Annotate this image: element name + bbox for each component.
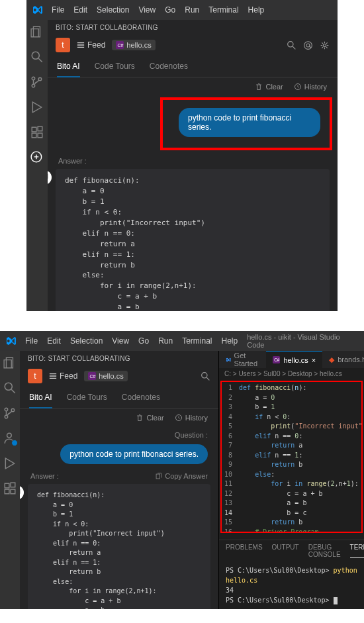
csharp-icon bbox=[116, 41, 124, 49]
menu-go[interactable]: Go bbox=[138, 336, 149, 346]
answer-label: Answer : bbox=[58, 157, 87, 165]
panel-tabs: Bito AI Code Tours Codenotes bbox=[20, 389, 218, 408]
tab-debug-console[interactable]: DEBUG CONSOLE bbox=[308, 544, 341, 558]
menu-edit[interactable]: Edit bbox=[73, 5, 87, 15]
editor-content[interactable]: def fibonacci(n): a = 0 b = 1 if n < 0: … bbox=[236, 382, 363, 532]
run-debug-icon[interactable] bbox=[30, 101, 44, 114]
history-button[interactable]: History bbox=[294, 83, 327, 91]
bito-panel: BITO: START COLLABORATING t Feed hello.c… bbox=[20, 351, 218, 609]
tab-codenotes[interactable]: Codenotes bbox=[122, 389, 160, 408]
file-chip-label: hello.cs bbox=[126, 41, 151, 49]
menu-edit[interactable]: Edit bbox=[47, 336, 61, 346]
history-button[interactable]: History bbox=[175, 414, 208, 422]
tab-codenotes[interactable]: Codenotes bbox=[150, 58, 188, 77]
at-icon[interactable] bbox=[303, 40, 313, 50]
feed-label: Feed bbox=[60, 371, 77, 381]
terminal-tabs: PROBLEMS OUTPUT DEBUG CONSOLE TERMINAL bbox=[219, 540, 364, 561]
editor-pane: Get Started hello.cs× ◆brands.html C: > … bbox=[218, 351, 364, 609]
trash-icon bbox=[255, 83, 263, 91]
tab-bito-ai[interactable]: Bito AI bbox=[29, 389, 52, 408]
editor-code-highlight: 1234567891011121314151617 def fibonacci(… bbox=[220, 381, 363, 533]
tab-code-tours[interactable]: Code Tours bbox=[67, 389, 107, 408]
copy-icon bbox=[155, 473, 162, 480]
terminal-output[interactable]: PS C:\Users\Sul00\Desktop> python hello.… bbox=[219, 561, 364, 609]
highlight-box: python code to print fibonacci series. bbox=[160, 97, 332, 150]
ai-avatar bbox=[48, 170, 52, 185]
panel-tabs: Bito AI Code Tours Codenotes bbox=[48, 58, 338, 77]
run-debug-icon[interactable] bbox=[3, 457, 17, 470]
menu-file[interactable]: File bbox=[52, 5, 64, 15]
tab-brands-html[interactable]: ◆brands.html bbox=[322, 351, 364, 368]
answer-code-block[interactable]: def fibonacci(n): a = 0 b = 1 if n < 0: … bbox=[56, 169, 330, 311]
menu-go[interactable]: Go bbox=[165, 5, 175, 15]
answer-code-block[interactable]: def fibonacci(n): a = 0 b = 1 if n < 0: … bbox=[28, 484, 210, 609]
menu-file[interactable]: File bbox=[25, 336, 38, 346]
history-icon bbox=[294, 83, 302, 91]
menu-terminal[interactable]: Terminal bbox=[208, 5, 238, 15]
source-control-icon[interactable] bbox=[30, 75, 44, 89]
tab-output[interactable]: OUTPUT bbox=[272, 544, 299, 558]
vscode-icon bbox=[32, 5, 42, 15]
menu-icon bbox=[49, 372, 57, 380]
trash-icon bbox=[136, 414, 144, 422]
csharp-icon bbox=[88, 372, 96, 380]
file-chip-label: hello.cs bbox=[99, 372, 123, 380]
screenshot-full-ide: File Edit Selection View Go Run Terminal… bbox=[0, 331, 364, 609]
tab-hello-cs[interactable]: hello.cs× bbox=[266, 351, 322, 368]
menu-icon bbox=[77, 41, 85, 49]
line-gutter: 1234567891011121314151617 bbox=[222, 382, 236, 532]
close-icon[interactable]: × bbox=[312, 356, 316, 364]
file-chip[interactable]: hello.cs bbox=[112, 40, 155, 50]
vscode-icon bbox=[5, 336, 16, 346]
search-icon[interactable] bbox=[30, 50, 44, 64]
accounts-icon[interactable] bbox=[3, 432, 17, 445]
history-icon bbox=[175, 414, 183, 422]
menu-view[interactable]: View bbox=[138, 5, 156, 15]
search-icon[interactable] bbox=[201, 371, 210, 381]
vscode-icon bbox=[226, 356, 231, 363]
menu-help[interactable]: Help bbox=[248, 5, 265, 15]
source-control-icon[interactable] bbox=[3, 407, 17, 420]
file-chip[interactable]: hello.cs bbox=[84, 371, 127, 381]
question-label: Question : bbox=[175, 431, 208, 439]
clear-button[interactable]: Clear bbox=[136, 414, 163, 422]
answer-label: Answer : bbox=[30, 472, 59, 480]
explorer-icon[interactable] bbox=[30, 25, 44, 38]
tab-terminal[interactable]: TERMINAL bbox=[350, 544, 364, 558]
menu-help[interactable]: Help bbox=[222, 336, 238, 346]
menu-view[interactable]: View bbox=[112, 336, 129, 346]
copy-answer-button[interactable]: Copy Answer bbox=[155, 472, 208, 480]
tab-code-tours[interactable]: Code Tours bbox=[95, 58, 135, 77]
menu-run[interactable]: Run bbox=[158, 336, 173, 346]
feed-button[interactable]: Feed bbox=[49, 371, 77, 381]
screenshot-bito-panel: File Edit Selection View Go Run Terminal… bbox=[26, 0, 338, 311]
tab-problems[interactable]: PROBLEMS bbox=[226, 544, 263, 558]
editor-tabs: Get Started hello.cs× ◆brands.html bbox=[219, 351, 364, 368]
clear-button[interactable]: Clear bbox=[255, 83, 283, 91]
avatar[interactable]: t bbox=[28, 369, 42, 383]
menu-bar: File Edit Selection View Go Run Terminal… bbox=[26, 0, 338, 20]
activity-bar bbox=[26, 20, 48, 311]
explorer-icon[interactable] bbox=[3, 356, 17, 369]
tab-get-started[interactable]: Get Started bbox=[219, 351, 266, 368]
feed-button[interactable]: Feed bbox=[77, 40, 105, 50]
breadcrumb[interactable]: C: > Users > Sul00 > Desktop > hello.cs bbox=[219, 368, 364, 379]
search-icon[interactable] bbox=[287, 40, 296, 50]
extensions-icon[interactable] bbox=[30, 126, 44, 139]
menu-terminal[interactable]: Terminal bbox=[182, 336, 212, 346]
window-title: hello.cs - uikit - Visual Studio Code bbox=[247, 333, 359, 349]
avatar[interactable]: t bbox=[56, 38, 70, 52]
feed-label: Feed bbox=[87, 40, 105, 50]
ai-avatar bbox=[20, 485, 24, 500]
menu-selection[interactable]: Selection bbox=[97, 5, 129, 15]
gear-icon[interactable] bbox=[320, 40, 330, 50]
menu-run[interactable]: Run bbox=[185, 5, 199, 15]
cursor bbox=[334, 597, 338, 604]
menu-selection[interactable]: Selection bbox=[70, 336, 103, 346]
tab-bito-ai[interactable]: Bito AI bbox=[57, 58, 80, 77]
search-icon[interactable] bbox=[3, 381, 17, 395]
bito-icon[interactable] bbox=[30, 151, 44, 164]
activity-bar bbox=[0, 351, 20, 609]
extensions-icon[interactable] bbox=[3, 482, 17, 495]
csharp-icon bbox=[273, 356, 280, 363]
